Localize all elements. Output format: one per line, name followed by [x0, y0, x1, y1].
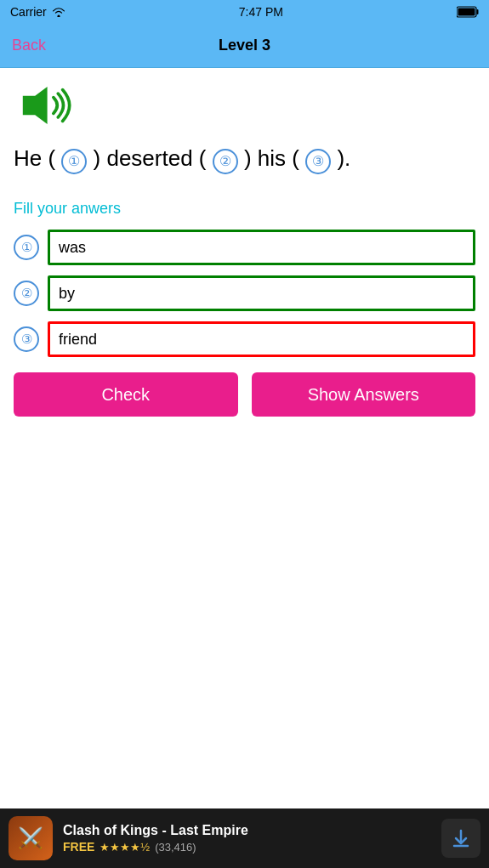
speaker-icon[interactable]: [14, 80, 75, 131]
ad-title: Clash of Kings - Last Empire: [63, 823, 431, 838]
check-button[interactable]: Check: [14, 372, 238, 417]
answer-num-3: ③: [14, 326, 39, 352]
status-left: Carrier: [10, 5, 65, 19]
ad-icon: ⚔️: [9, 816, 53, 860]
answer-row-3: ③: [14, 321, 475, 357]
answer-input-3[interactable]: [48, 321, 475, 357]
answer-num-2: ②: [14, 281, 39, 306]
circle-1: ①: [61, 149, 87, 174]
svg-rect-1: [476, 9, 478, 14]
answer-row-2: ②: [14, 275, 475, 311]
sentence-text-end: ).: [331, 145, 350, 171]
answer-input-1[interactable]: [48, 230, 475, 265]
sentence-text-mid1: ) deserted (: [87, 145, 212, 171]
answer-input-2[interactable]: [48, 275, 475, 311]
carrier-label: Carrier: [10, 5, 47, 19]
answer-num-1: ①: [14, 235, 39, 260]
ad-reviews: (33,416): [155, 841, 196, 854]
status-right: [457, 6, 479, 18]
fill-label: Fill your anwers: [14, 200, 475, 218]
status-time: 7:47 PM: [239, 5, 283, 19]
sentence: He ( ① ) deserted ( ② ) his ( ③ ).: [14, 143, 475, 174]
ad-stars: ★★★★½: [100, 841, 150, 854]
circle-3: ③: [305, 149, 331, 174]
sentence-text-before: He (: [14, 145, 61, 171]
svg-marker-3: [23, 87, 48, 124]
sentence-text-mid2: ) his (: [238, 145, 305, 171]
button-row: Check Show Answers: [14, 372, 475, 417]
ad-banner[interactable]: ⚔️ Clash of Kings - Last Empire FREE ★★★…: [0, 808, 489, 868]
ad-download-button[interactable]: [441, 819, 480, 858]
wifi-icon: [52, 7, 65, 17]
show-answers-button[interactable]: Show Answers: [252, 372, 476, 417]
download-icon: [452, 829, 470, 848]
status-bar: Carrier 7:47 PM: [0, 0, 489, 24]
answer-row-1: ①: [14, 230, 475, 265]
back-button[interactable]: Back: [12, 37, 46, 54]
page-title: Level 3: [219, 37, 270, 54]
ad-text: Clash of Kings - Last Empire FREE ★★★★½ …: [63, 823, 431, 854]
main-content: He ( ① ) deserted ( ② ) his ( ③ ). Fill …: [0, 68, 489, 417]
ad-free-label: FREE: [63, 840, 94, 854]
svg-rect-2: [458, 9, 475, 16]
speaker-area[interactable]: [14, 80, 475, 134]
nav-bar: Back Level 3: [0, 24, 489, 68]
circle-2: ②: [213, 149, 238, 174]
ad-sub: FREE ★★★★½ (33,416): [63, 840, 431, 854]
battery-icon: [457, 6, 479, 18]
